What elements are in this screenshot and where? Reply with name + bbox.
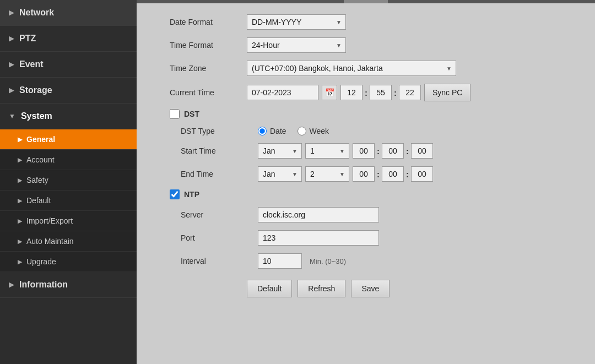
sidebar-item-label: Storage (19, 85, 52, 95)
end-hour-input[interactable] (353, 166, 375, 182)
sidebar: ▶ Network ▶ PTZ ▶ Event ▶ Storage ▼ Syst… (0, 0, 137, 364)
ntp-label: NTP (184, 190, 199, 199)
server-label: Server (181, 210, 258, 219)
hour-input[interactable]: 12 (340, 85, 363, 100)
sidebar-item-label: PTZ (19, 34, 36, 44)
timezone-control: (UTC+07:00) Bangkok, Hanoi, Jakarta (UTC… (247, 61, 456, 76)
start-day-wrapper: 12345 678910 (305, 143, 349, 159)
ptz-arrow-icon: ▶ (9, 35, 14, 42)
end-minute-input[interactable] (382, 166, 404, 182)
dst-type-row: DST Type Date Week (170, 127, 578, 135)
sidebar-item-event[interactable]: ▶ Event (0, 52, 137, 78)
date-format-label: Date Format (170, 18, 247, 26)
dst-checkbox[interactable] (170, 109, 180, 119)
refresh-button[interactable]: Refresh (298, 280, 345, 297)
date-format-select-wrapper: DD-MM-YYYY MM-DD-YYYY YYYY-MM-DD (247, 14, 346, 30)
sidebar-sub-label: Import/Export (26, 216, 73, 225)
port-input[interactable]: 123 (258, 230, 379, 246)
second-input[interactable]: 22 (399, 85, 421, 100)
sidebar-item-safety[interactable]: ▶ Safety (0, 170, 137, 191)
end-second-input[interactable] (411, 166, 433, 182)
sidebar-sub-label: Safety (26, 176, 48, 184)
end-day-wrapper: 12345 (305, 166, 349, 182)
dst-type-week-label: Week (310, 127, 329, 135)
sidebar-item-upgrade[interactable]: ▶ Upgrade (0, 252, 137, 272)
dst-type-label: DST Type (181, 127, 258, 135)
ntp-row: NTP (170, 189, 578, 199)
end-colon-2: : (406, 170, 409, 179)
dst-type-week-option[interactable]: Week (298, 127, 329, 135)
port-row: Port 123 (170, 230, 578, 246)
start-month-select[interactable]: JanFebMarApr MayJunJulAug SepOctNovDec (258, 143, 302, 159)
sidebar-sub-label: Auto Maintain (26, 237, 74, 246)
current-time-control: 07-02-2023 📅 12 : 55 : 22 Sync PC (247, 84, 470, 101)
import-export-arrow-icon: ▶ (18, 218, 22, 225)
time-format-select[interactable]: 24-Hour 12-Hour (247, 37, 346, 53)
sidebar-item-import-export[interactable]: ▶ Import/Export (0, 211, 137, 231)
start-minute-input[interactable] (382, 143, 404, 159)
date-format-select[interactable]: DD-MM-YYYY MM-DD-YYYY YYYY-MM-DD (247, 14, 346, 30)
end-time-label: End Time (181, 170, 258, 178)
end-time-row: End Time JanFebMarApr MayJunJulAug SepOc… (170, 166, 578, 182)
start-time-label: Start Time (181, 146, 258, 155)
default-button[interactable]: Default (247, 280, 292, 297)
sidebar-item-label: Information (19, 280, 68, 290)
main-content: Date Format DD-MM-YYYY MM-DD-YYYY YYYY-M… (137, 0, 595, 364)
calendar-icon[interactable]: 📅 (322, 85, 337, 100)
start-hour-input[interactable] (353, 143, 375, 159)
sidebar-item-account[interactable]: ▶ Account (0, 150, 137, 170)
minute-input[interactable]: 55 (370, 85, 392, 100)
time-format-row: Time Format 24-Hour 12-Hour (170, 37, 578, 53)
dst-label: DST (184, 110, 199, 118)
end-colon-1: : (377, 170, 380, 179)
storage-arrow-icon: ▶ (9, 86, 14, 94)
interval-control: 10 Min. (0~30) (258, 253, 346, 269)
timezone-label: Time Zone (170, 64, 247, 73)
auto-maintain-arrow-icon: ▶ (18, 238, 22, 245)
time-format-label: Time Format (170, 41, 247, 50)
dst-type-control: Date Week (258, 127, 329, 135)
sidebar-item-system[interactable]: ▼ System (0, 104, 137, 129)
default-arrow-icon: ▶ (18, 197, 22, 204)
interval-input[interactable]: 10 (258, 253, 302, 269)
dst-type-date-label: Date (270, 127, 286, 135)
sidebar-item-label: System (21, 111, 52, 121)
save-button[interactable]: Save (351, 280, 390, 297)
time-format-control: 24-Hour 12-Hour (247, 37, 346, 53)
current-date-input[interactable]: 07-02-2023 (247, 85, 318, 100)
colon-1: : (365, 88, 367, 97)
start-second-input[interactable] (411, 143, 433, 159)
network-arrow-icon: ▶ (9, 9, 14, 17)
event-arrow-icon: ▶ (9, 61, 14, 68)
sync-pc-button[interactable]: Sync PC (424, 84, 470, 101)
sidebar-item-label: Network (19, 8, 54, 18)
timezone-select[interactable]: (UTC+07:00) Bangkok, Hanoi, Jakarta (UTC… (247, 61, 456, 76)
server-input[interactable]: clock.isc.org (258, 207, 379, 222)
time-display: 12 : 55 : 22 (340, 85, 421, 100)
sidebar-item-ptz[interactable]: ▶ PTZ (0, 26, 137, 52)
sidebar-item-network[interactable]: ▶ Network (0, 0, 137, 26)
end-month-select[interactable]: JanFebMarApr MayJunJulAug SepOctNovDec (258, 166, 302, 182)
sidebar-system-submenu: ▶ General ▶ Account ▶ Safety ▶ Default ▶… (0, 129, 137, 272)
sidebar-item-default[interactable]: ▶ Default (0, 191, 137, 211)
timezone-select-wrapper: (UTC+07:00) Bangkok, Hanoi, Jakarta (UTC… (247, 61, 456, 76)
sidebar-sub-label: Default (26, 196, 51, 205)
dst-type-date-radio[interactable] (258, 127, 267, 135)
sidebar-item-storage[interactable]: ▶ Storage (0, 78, 137, 104)
start-time-display: : : (353, 143, 433, 159)
start-day-select[interactable]: 12345 678910 (305, 143, 349, 159)
sidebar-item-auto-maintain[interactable]: ▶ Auto Maintain (0, 231, 137, 252)
information-arrow-icon: ▶ (9, 281, 14, 289)
account-arrow-icon: ▶ (18, 156, 22, 164)
sidebar-item-general[interactable]: ▶ General (0, 129, 137, 150)
start-time-control: JanFebMarApr MayJunJulAug SepOctNovDec 1… (258, 143, 433, 159)
end-day-select[interactable]: 12345 (305, 166, 349, 182)
time-format-select-wrapper: 24-Hour 12-Hour (247, 37, 346, 53)
port-label: Port (181, 233, 258, 242)
sidebar-sub-label: Account (26, 155, 55, 164)
dst-type-date-option[interactable]: Date (258, 127, 286, 135)
ntp-checkbox[interactable] (170, 189, 180, 199)
sidebar-item-information[interactable]: ▶ Information (0, 272, 137, 298)
dst-type-week-radio[interactable] (298, 127, 306, 135)
safety-arrow-icon: ▶ (18, 177, 22, 184)
